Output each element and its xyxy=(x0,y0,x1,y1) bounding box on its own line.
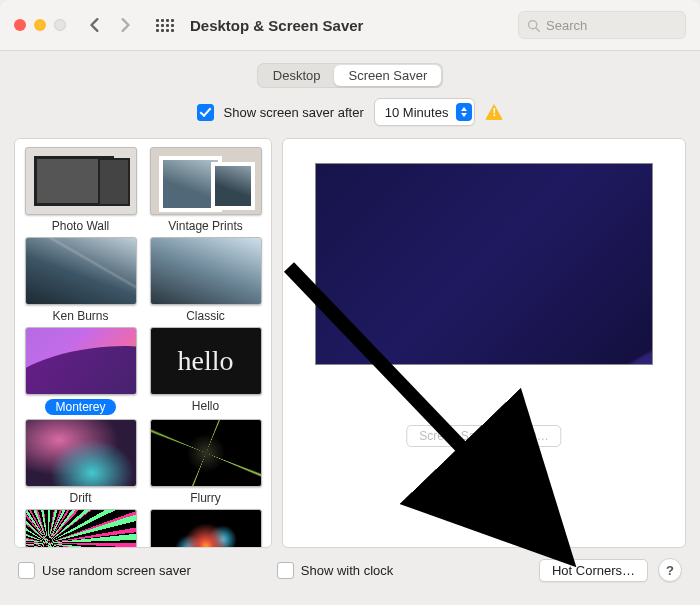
back-button[interactable] xyxy=(84,14,106,36)
saver-item-vintage-prints[interactable]: Vintage Prints xyxy=(146,147,265,233)
thumb-classic xyxy=(150,237,262,305)
thumb-photo-wall xyxy=(25,147,137,215)
search-icon xyxy=(527,19,540,32)
tab-group: Desktop Screen Saver xyxy=(257,63,443,88)
thumb-drift xyxy=(25,419,137,487)
caption-ken-burns: Ken Burns xyxy=(52,309,108,323)
saver-grid[interactable]: Photo Wall Vintage Prints Ken Burns Clas… xyxy=(14,138,272,548)
saver-item-ken-burns[interactable]: Ken Burns xyxy=(21,237,140,323)
saver-item-flurry[interactable]: Flurry xyxy=(146,419,265,505)
random-checkbox[interactable] xyxy=(18,562,35,579)
caption-classic: Classic xyxy=(186,309,225,323)
thumb-ken-burns xyxy=(25,237,137,305)
clock-label: Show with clock xyxy=(301,563,393,578)
footer-row: Use random screen saver Show with clock … xyxy=(0,548,700,582)
saver-item-shell[interactable]: Shell xyxy=(146,509,265,548)
saver-item-arabesque[interactable]: Arabesque xyxy=(21,509,140,548)
saver-item-monterey[interactable]: Monterey xyxy=(21,327,140,415)
caption-flurry: Flurry xyxy=(190,491,221,505)
saver-item-classic[interactable]: Classic xyxy=(146,237,265,323)
warning-icon[interactable] xyxy=(485,104,503,120)
svg-line-1 xyxy=(536,27,539,30)
show-all-prefs-button[interactable] xyxy=(154,14,176,36)
show-after-select[interactable]: 10 Minutes xyxy=(374,98,476,126)
saver-item-drift[interactable]: Drift xyxy=(21,419,140,505)
saver-item-photo-wall[interactable]: Photo Wall xyxy=(21,147,140,233)
help-button[interactable]: ? xyxy=(658,558,682,582)
caption-photo-wall: Photo Wall xyxy=(52,219,110,233)
show-after-value: 10 Minutes xyxy=(385,105,449,120)
thumb-flurry xyxy=(150,419,262,487)
window-controls xyxy=(14,19,66,31)
main-area: Photo Wall Vintage Prints Ken Burns Clas… xyxy=(0,138,700,548)
preview-pane: Screen Saver Options… xyxy=(282,138,686,548)
thumb-hello: hello xyxy=(150,327,262,395)
caption-drift: Drift xyxy=(70,491,92,505)
close-window-button[interactable] xyxy=(14,19,26,31)
show-after-label: Show screen saver after xyxy=(224,105,364,120)
nav-buttons xyxy=(84,14,136,36)
tab-desktop[interactable]: Desktop xyxy=(259,65,335,86)
tab-screen-saver[interactable]: Screen Saver xyxy=(334,65,441,86)
random-label: Use random screen saver xyxy=(42,563,191,578)
caption-vintage-prints: Vintage Prints xyxy=(168,219,243,233)
forward-button[interactable] xyxy=(114,14,136,36)
minimize-window-button[interactable] xyxy=(34,19,46,31)
zoom-window-button[interactable] xyxy=(54,19,66,31)
select-stepper-icon xyxy=(456,103,472,121)
caption-monterey: Monterey xyxy=(45,399,115,415)
thumb-arabesque xyxy=(25,509,137,548)
thumb-shell xyxy=(150,509,262,548)
search-field[interactable]: Search xyxy=(518,11,686,39)
clock-checkbox[interactable] xyxy=(277,562,294,579)
search-placeholder: Search xyxy=(546,18,587,33)
show-after-checkbox[interactable] xyxy=(197,104,214,121)
saver-item-hello[interactable]: hello Hello xyxy=(146,327,265,415)
screen-saver-options-button[interactable]: Screen Saver Options… xyxy=(406,425,561,447)
title-bar: Desktop & Screen Saver Search xyxy=(0,0,700,51)
window-title: Desktop & Screen Saver xyxy=(190,17,363,34)
thumb-monterey xyxy=(25,327,137,395)
thumb-vintage-prints xyxy=(150,147,262,215)
show-after-row: Show screen saver after 10 Minutes xyxy=(0,94,700,138)
caption-hello: Hello xyxy=(192,399,219,413)
preview-image xyxy=(315,163,653,365)
hot-corners-button[interactable]: Hot Corners… xyxy=(539,559,648,582)
